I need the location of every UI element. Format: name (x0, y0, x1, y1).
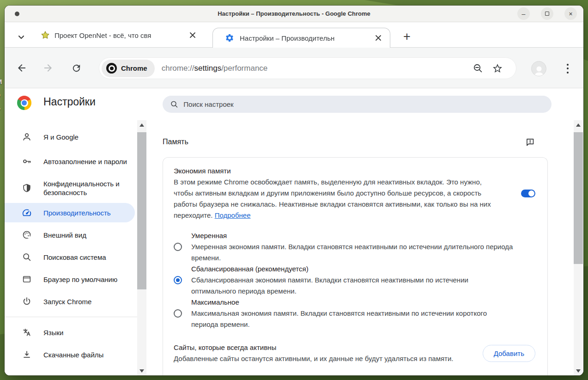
sites-description: Добавленные сайты останутся активными, и… (174, 353, 454, 364)
scrollbar-thumb[interactable] (137, 132, 146, 289)
sidebar-item-label: Я и Google (43, 133, 79, 141)
key-icon (21, 156, 32, 166)
chevron-down-icon (16, 31, 27, 43)
browser-icon (21, 274, 32, 284)
sidebar-item-privacy[interactable]: Конфиденциальность и безопасность (5, 176, 135, 200)
sidebar-item-performance[interactable]: Производительность (5, 203, 135, 222)
scroll-down-arrow[interactable] (574, 366, 583, 375)
radio-button[interactable] (174, 243, 182, 251)
sidebar-item-appearance[interactable]: Внешний вид (5, 225, 135, 245)
sidebar-item-on-startup[interactable]: Запуск Chrome (5, 292, 135, 311)
browser-menu-button[interactable] (561, 60, 575, 77)
sidebar-item-default-browser[interactable]: Браузер по умолчанию (5, 270, 135, 289)
chrome-logo-icon (17, 96, 31, 110)
memory-saver-options: Умеренная Умеренная экономия памяти. Вкл… (174, 230, 535, 330)
sites-title: Сайты, которые всегда активны (174, 342, 454, 353)
option-title: Умеренная (191, 230, 535, 241)
always-active-sites-row: Сайты, которые всегда активны Добавленны… (174, 342, 535, 364)
back-arrow-icon (16, 62, 27, 74)
omnibox[interactable]: Chrome chrome://settings/performance (99, 57, 516, 79)
browser-toolbar: Chrome chrome://settings/performance (5, 48, 583, 88)
sidebar-item-you-and-google[interactable]: Я и Google (5, 127, 135, 147)
sidebar-item-label: Внешний вид (43, 231, 86, 239)
tab-settings-active[interactable]: Настройки – Производительн (212, 28, 390, 48)
tab-strip: Проект OpenNet - всё, что свя Настройки … (5, 22, 583, 48)
speedometer-icon (21, 208, 32, 218)
add-site-button[interactable]: Добавить (483, 345, 535, 362)
option-moderate[interactable]: Умеренная Умеренная экономия памяти. Вкл… (174, 230, 535, 264)
site-info-chip[interactable]: Chrome (102, 60, 155, 77)
maximize-button[interactable] (541, 7, 553, 20)
sidebar-item-autofill[interactable]: Автозаполнение и пароли (5, 149, 135, 173)
new-tab-button[interactable]: + (398, 28, 416, 45)
forward-button[interactable] (40, 60, 56, 76)
tab-close-button[interactable] (373, 33, 383, 43)
url-scheme: chrome:// (162, 64, 194, 73)
scroll-down-arrow[interactable] (137, 366, 146, 375)
window-titlebar[interactable]: Настройки – Производительность - Google … (5, 6, 583, 22)
settings-search-input[interactable] (183, 100, 544, 108)
send-feedback-button[interactable] (525, 137, 535, 147)
bookmark-star-icon (492, 63, 503, 74)
option-balanced[interactable]: Сбалансированная (рекомендуется) Сбаланс… (174, 264, 535, 297)
sidebar-divider (5, 317, 137, 317)
scrollbar-thumb[interactable] (574, 132, 583, 264)
option-description: Максимальная экономия памяти. Вкладки ст… (191, 308, 515, 330)
sidebar-item-label: Конфиденциальность и безопасность (43, 179, 130, 197)
desktop-icon-label-fragment: ь (0, 104, 5, 111)
close-button[interactable]: × (564, 7, 577, 20)
sidebar-scrollbar[interactable] (137, 120, 146, 375)
zoom-out-button[interactable] (473, 63, 484, 74)
person-icon (21, 132, 32, 142)
sidebar-item-downloads[interactable]: Скачанные файлы (5, 345, 135, 364)
plus-icon: + (403, 30, 411, 44)
minimize-button[interactable]: – (517, 7, 530, 20)
feedback-icon (525, 137, 535, 147)
memory-saver-toggle[interactable] (521, 190, 535, 197)
power-icon (21, 296, 32, 306)
option-title: Сбалансированная (рекомендуется) (191, 264, 535, 275)
section-title: Память (163, 138, 188, 146)
search-icon (170, 100, 178, 109)
radio-button[interactable] (174, 276, 182, 284)
sidebar-item-label: Поисковая система (43, 253, 106, 262)
settings-page: Настройки Я и Google Ав (5, 88, 583, 375)
tab-close-button[interactable] (188, 30, 198, 40)
avatar-silhouette-icon (533, 65, 545, 76)
window-title: Настройки – Производительность - Google … (218, 10, 370, 17)
url-text[interactable]: chrome://settings/performance (162, 64, 473, 73)
site-chip-label: Chrome (121, 64, 147, 72)
tab-search-chevron-button[interactable] (16, 31, 27, 43)
bookmark-button[interactable] (492, 63, 503, 74)
sidebar-item-search-engine[interactable]: Поисковая система (5, 247, 135, 267)
sidebar-item-languages[interactable]: Языки (5, 323, 135, 342)
radio-button[interactable] (174, 309, 182, 318)
back-button[interactable] (13, 60, 30, 76)
settings-header: Настройки (5, 88, 583, 120)
sidebar-item-label: Автозаполнение и пароли (43, 157, 127, 166)
sidebar-item-label: Языки (43, 328, 63, 337)
tab-opennet[interactable]: Проект OpenNet - всё, что свя (41, 26, 212, 44)
settings-search-box[interactable] (163, 96, 552, 113)
sidebar-item-label: Браузер по умолчанию (43, 275, 117, 284)
minimize-icon: – (522, 11, 526, 17)
memory-saver-title: Экономия памяти (174, 165, 502, 177)
learn-more-link[interactable]: Подробнее (215, 211, 251, 219)
option-description: Сбалансированная экономия памяти. Вкладк… (191, 275, 515, 297)
tab-title: Настройки – Производительн (240, 34, 368, 42)
scroll-up-arrow[interactable] (137, 120, 146, 129)
close-icon: × (569, 11, 572, 17)
url-host: settings (194, 64, 222, 73)
close-icon (375, 35, 382, 41)
reload-button[interactable] (68, 60, 85, 76)
gear-icon (225, 33, 234, 43)
sidebar-item-label: Запуск Chrome (43, 297, 91, 306)
option-maximum[interactable]: Максимальное Максимальная экономия памят… (174, 297, 535, 330)
translate-icon (21, 327, 32, 337)
main-scrollbar[interactable] (574, 120, 583, 375)
shield-icon (21, 183, 32, 193)
desktop-icon-label-fragment: М (0, 78, 5, 86)
profile-avatar[interactable] (531, 61, 546, 76)
memory-saver-description: В этом режиме Chrome освобождает память,… (174, 177, 502, 221)
scroll-up-arrow[interactable] (574, 120, 583, 129)
